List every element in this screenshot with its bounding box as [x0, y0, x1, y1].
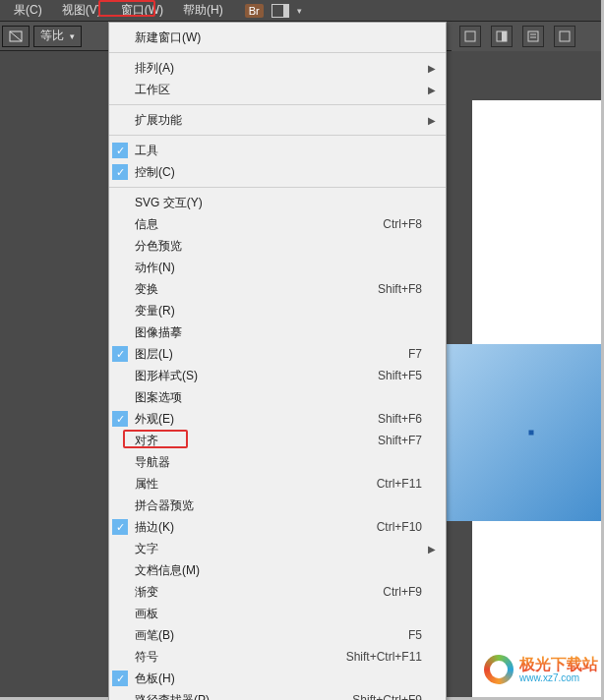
menu-item[interactable]: 文字▶	[109, 538, 446, 559]
check-icon: ✓	[112, 411, 128, 427]
menu-item[interactable]: 渐变Ctrl+F9	[109, 581, 446, 603]
menu-item[interactable]: 属性Ctrl+F11	[109, 473, 446, 495]
menu-item[interactable]: 文档信息(M)	[109, 559, 446, 581]
menu-effects[interactable]: 果(C)	[4, 0, 52, 21]
panel-layout-icon[interactable]	[272, 4, 289, 18]
menu-separator	[109, 135, 446, 136]
menu-item-label: 变量(R)	[131, 303, 314, 320]
check-icon: ✓	[112, 346, 128, 362]
menu-item[interactable]: ✓外观(E)Shift+F6	[109, 408, 446, 430]
menu-item-label: 图层(L)	[131, 346, 314, 363]
menu-shortcut: Shift+F5	[314, 369, 422, 382]
menubar: 果(C) 视图(V) 窗口(W) 帮助(H) Br ▾	[0, 0, 604, 22]
menu-item[interactable]: ✓描边(K)Ctrl+F10	[109, 516, 446, 538]
menu-item[interactable]: 动作(N)	[109, 257, 446, 278]
menu-item-label: 文档信息(M)	[131, 562, 314, 579]
menu-item-label: 拼合器预览	[131, 497, 314, 514]
submenu-arrow-icon: ▶	[422, 544, 436, 554]
selected-gradient-rect[interactable]	[443, 344, 604, 521]
menu-item-label: 变换	[131, 281, 314, 298]
menu-item[interactable]: 对齐Shift+F7	[109, 430, 446, 451]
menu-item-label: 信息	[131, 216, 314, 233]
menu-separator	[109, 52, 446, 53]
menu-item[interactable]: ✓控制(C)	[109, 161, 446, 183]
watermark-title: 极光下载站	[519, 656, 598, 673]
submenu-arrow-icon: ▶	[422, 85, 436, 95]
window-menu-dropdown: 新建窗口(W)排列(A)▶工作区▶扩展功能▶✓工具✓控制(C)SVG 交互(Y)…	[108, 22, 447, 700]
svg-rect-6	[502, 31, 507, 41]
menu-item[interactable]: 新建窗口(W)	[109, 27, 446, 48]
menu-checkmark-col: ✓	[109, 519, 131, 535]
menu-shortcut: Ctrl+F9	[314, 585, 422, 599]
menu-item[interactable]: 导航器	[109, 451, 446, 473]
menu-item[interactable]: 扩展功能▶	[109, 109, 446, 131]
menu-item[interactable]: SVG 交互(Y)	[109, 192, 446, 213]
menu-checkmark-col: ✓	[109, 143, 131, 158]
menu-help[interactable]: 帮助(H)	[173, 0, 233, 21]
panel-icon-3[interactable]	[522, 26, 544, 47]
panel-icon-2[interactable]	[491, 26, 513, 47]
menu-item[interactable]: 画板	[109, 603, 446, 624]
menu-item[interactable]: 信息Ctrl+F8	[109, 213, 446, 235]
bridge-badge[interactable]: Br	[245, 4, 264, 18]
menu-item-label: 对齐	[131, 433, 314, 449]
toggle-left-icon[interactable]	[2, 26, 30, 47]
menu-item[interactable]: 工作区▶	[109, 79, 446, 100]
menu-item-label: 画板	[131, 606, 314, 622]
menu-item-label: 画笔(B)	[131, 627, 314, 644]
watermark: 极光下载站 www.xz7.com	[484, 655, 598, 684]
menu-checkmark-col: ✓	[109, 671, 131, 686]
right-panel-strip	[452, 22, 604, 51]
menu-item[interactable]: 图形样式(S)Shift+F5	[109, 365, 446, 386]
watermark-url: www.xz7.com	[519, 672, 598, 683]
menu-item[interactable]: 图案选项	[109, 386, 446, 408]
menu-item[interactable]: ✓工具	[109, 140, 446, 161]
menu-item-label: 动作(N)	[131, 260, 314, 276]
menu-item-label: 图形样式(S)	[131, 368, 314, 384]
menu-item[interactable]: 拼合器预览	[109, 495, 446, 516]
menu-shortcut: Ctrl+F8	[314, 217, 422, 231]
caret-down-icon[interactable]: ▾	[297, 6, 302, 16]
menu-item-label: 外观(E)	[131, 411, 314, 428]
menu-item-label: 扩展功能	[131, 112, 314, 129]
menu-separator	[109, 187, 446, 188]
caret-down-icon: ▾	[70, 31, 75, 41]
ratio-dropdown[interactable]: 等比 ▾	[33, 26, 82, 47]
menu-shortcut: Shift+F6	[314, 412, 422, 426]
submenu-arrow-icon: ▶	[422, 63, 436, 74]
menu-item-label: 描边(K)	[131, 519, 314, 536]
menu-item[interactable]: ✓色板(H)	[109, 668, 446, 689]
menu-item[interactable]: 分色预览	[109, 235, 446, 257]
menu-item-label: 属性	[131, 476, 314, 493]
menu-item[interactable]: 图像描摹	[109, 321, 446, 343]
menu-item[interactable]: 符号Shift+Ctrl+F11	[109, 646, 446, 668]
menu-item-label: 排列(A)	[131, 60, 314, 77]
check-icon: ✓	[112, 671, 128, 686]
menu-item-label: 导航器	[131, 454, 314, 471]
menu-item-label: 路径查找器(P)	[131, 692, 314, 701]
menu-item-label: 控制(C)	[131, 164, 314, 181]
menu-shortcut: Shift+Ctrl+F9	[314, 693, 422, 700]
svg-line-3	[10, 31, 22, 41]
menu-shortcut: Shift+F8	[314, 282, 422, 296]
menu-item-label: SVG 交互(Y)	[131, 195, 314, 211]
menu-item[interactable]: 画笔(B)F5	[109, 624, 446, 646]
ratio-label: 等比	[40, 28, 64, 44]
menu-item[interactable]: 变换Shift+F8	[109, 278, 446, 300]
annotation-window-menu	[98, 0, 155, 17]
menu-item-label: 图像描摹	[131, 324, 314, 341]
menu-item[interactable]: ✓图层(L)F7	[109, 343, 446, 365]
menu-item[interactable]: 排列(A)▶	[109, 57, 446, 79]
menu-checkmark-col: ✓	[109, 346, 131, 362]
menu-item-label: 文字	[131, 541, 314, 557]
menu-item-label: 符号	[131, 649, 314, 666]
svg-rect-10	[560, 31, 570, 41]
menu-item[interactable]: 变量(R)	[109, 300, 446, 321]
menu-item-label: 色板(H)	[131, 671, 314, 687]
menu-item[interactable]: 路径查找器(P)Shift+Ctrl+F9	[109, 689, 446, 700]
svg-rect-1	[283, 5, 288, 17]
panel-icon-4[interactable]	[554, 26, 575, 47]
panel-icon-1[interactable]	[459, 26, 481, 47]
menu-item-label: 工作区	[131, 82, 314, 98]
svg-rect-7	[528, 31, 538, 41]
